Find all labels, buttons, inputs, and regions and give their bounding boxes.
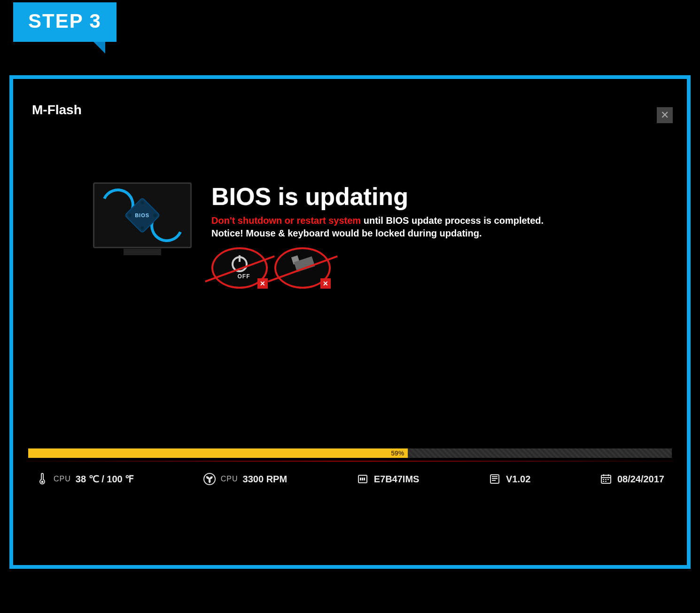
close-icon: ✕ xyxy=(661,109,669,121)
status-temp-label: CPU xyxy=(54,475,71,483)
mflash-window: M-Flash ✕ BIOS BIOS is updating Don't sh… xyxy=(13,79,687,565)
status-version-value: V1.02 xyxy=(506,474,530,485)
progress-bar: 59% xyxy=(28,448,672,458)
svg-rect-10 xyxy=(605,481,607,482)
power-icon: OFF xyxy=(229,256,250,280)
svg-point-2 xyxy=(208,478,210,480)
svg-rect-7 xyxy=(605,479,607,480)
svg-rect-8 xyxy=(607,479,609,480)
x-badge-icon: ✕ xyxy=(320,278,331,289)
update-headline: BIOS is updating xyxy=(211,182,649,211)
usb-drive-icon xyxy=(288,256,317,280)
step-badge-label: STEP 3 xyxy=(28,10,101,32)
status-temp-value: 38 ℃ / 100 ℉ xyxy=(76,473,134,485)
status-bios-version: V1.02 xyxy=(488,474,530,485)
svg-point-0 xyxy=(41,481,44,483)
prohibit-row: OFF ✕ ✕ xyxy=(211,247,649,289)
status-bios-id: E7B47IMS xyxy=(356,474,420,485)
status-cpu-fan: CPU 3300 RPM xyxy=(203,473,287,485)
x-badge-icon: ✕ xyxy=(257,278,268,289)
status-bios-value: E7B47IMS xyxy=(374,474,420,485)
warning-danger: Don't shutdown or restart system xyxy=(211,215,361,226)
status-date-value: 08/24/2017 xyxy=(617,474,664,485)
progress-fill: 59% xyxy=(28,448,408,458)
status-date: 08/24/2017 xyxy=(599,474,664,485)
warning-rest: until BIOS update process is completed. xyxy=(364,215,544,226)
progress-percent: 59% xyxy=(391,449,404,457)
calendar-icon xyxy=(599,474,613,484)
status-bar: CPU 38 ℃ / 100 ℉ CPU 3300 RPM E7B47IMS xyxy=(36,473,664,485)
status-cpu-temp: CPU 38 ℃ / 100 ℉ xyxy=(36,473,134,485)
divider-line xyxy=(26,461,674,462)
bios-chip-label: BIOS xyxy=(135,212,150,218)
status-fan-value: 3300 RPM xyxy=(243,474,288,485)
notice-line: Notice! Mouse & keyboard would be locked… xyxy=(211,228,649,239)
message-block: BIOS is updating Don't shutdown or resta… xyxy=(211,182,649,289)
fan-icon xyxy=(203,473,216,485)
step-badge: STEP 3 xyxy=(13,2,117,42)
svg-rect-9 xyxy=(603,481,604,482)
bios-monitor-graphic: BIOS xyxy=(93,182,192,248)
power-off-label: OFF xyxy=(238,273,250,280)
prohibit-power-icon: OFF ✕ xyxy=(211,247,268,289)
thermometer-icon xyxy=(36,473,49,485)
close-button[interactable]: ✕ xyxy=(657,107,673,123)
screenshot-frame: M-Flash ✕ BIOS BIOS is updating Don't sh… xyxy=(9,75,691,569)
window-title: M-Flash xyxy=(32,102,82,118)
version-icon xyxy=(488,474,501,484)
svg-rect-6 xyxy=(603,479,604,480)
status-fan-label: CPU xyxy=(221,475,238,483)
chip-icon xyxy=(356,474,369,484)
update-content: BIOS BIOS is updating Don't shutdown or … xyxy=(93,182,649,289)
prohibit-unplug-icon: ✕ xyxy=(274,247,331,289)
warning-line: Don't shutdown or restart system until B… xyxy=(211,215,649,226)
